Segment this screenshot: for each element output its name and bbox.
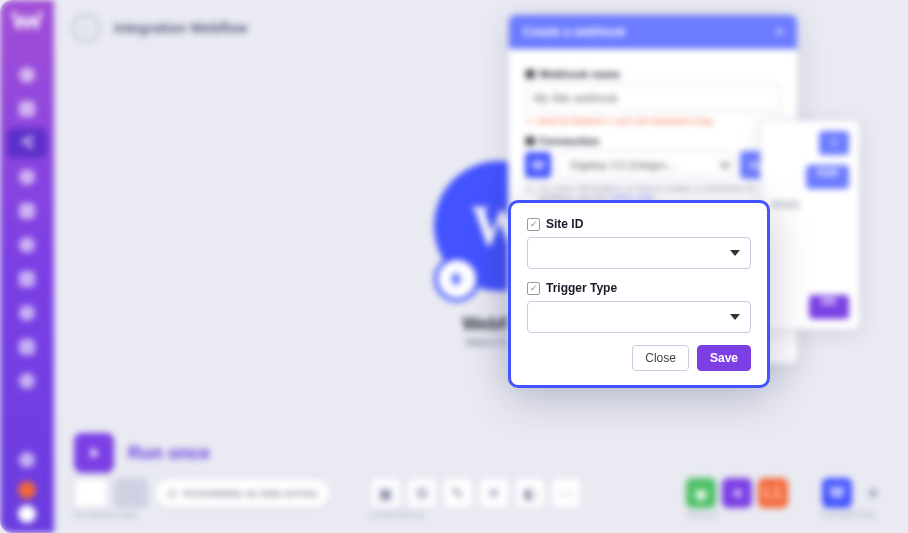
nav-item-5[interactable]	[7, 196, 47, 226]
lightning-icon	[446, 268, 468, 290]
trigger-type-select[interactable]	[527, 301, 751, 333]
nav-avatar[interactable]	[18, 505, 36, 523]
favorites-label: FAVORITES	[822, 510, 876, 520]
aux-add-button[interactable]: Add	[806, 165, 849, 189]
webhook-fields-panel: Site ID Trigger Type Close Save	[508, 200, 770, 388]
webhook-name-label: Webhook name	[539, 68, 620, 80]
aux-panel: ? Add details OK	[760, 120, 860, 330]
control-auto-align[interactable]: ✕	[479, 478, 509, 508]
close-button[interactable]: Close	[632, 345, 689, 371]
nav-item-6[interactable]	[7, 230, 47, 260]
controls-label: CONTROLS	[371, 510, 425, 520]
app-logo	[0, 0, 54, 40]
share-icon	[19, 135, 35, 151]
chevron-down-icon	[730, 250, 740, 256]
nav-item-8[interactable]	[7, 298, 47, 328]
site-id-label: Site ID	[546, 217, 583, 231]
help-button[interactable]: ?	[819, 131, 849, 155]
run-once-button[interactable]	[74, 433, 114, 473]
aux-text: details	[771, 199, 849, 210]
close-icon[interactable]: ×	[776, 25, 783, 39]
chevron-down-icon	[730, 314, 740, 320]
nav-item-4[interactable]	[7, 162, 47, 192]
favorite-webflow[interactable]: W	[822, 478, 852, 508]
run-once-label: Run once	[128, 443, 210, 464]
clock-icon: ◷	[167, 487, 177, 500]
scheduling-text: Immediately as data arrives	[183, 487, 318, 499]
site-id-checkbox[interactable]	[527, 218, 540, 231]
site-id-select[interactable]	[527, 237, 751, 269]
trigger-type-checkbox[interactable]	[527, 282, 540, 295]
app-sidebar	[0, 0, 54, 533]
nav-item-10[interactable]	[7, 366, 47, 396]
webflow-badge-icon: W	[525, 152, 551, 178]
scheduling-toggle-on[interactable]	[114, 478, 148, 508]
control-explain[interactable]: ◐	[515, 478, 545, 508]
control-save[interactable]: ▣	[371, 478, 401, 508]
trigger-badge	[434, 256, 480, 302]
arrow-left-icon: ←	[79, 20, 93, 36]
tool-2[interactable]: ✦	[722, 478, 752, 508]
back-button[interactable]: ←	[72, 14, 100, 42]
tool-3[interactable]: L1	[758, 478, 788, 508]
dialog-title: Create a webhook	[523, 25, 626, 39]
nav-item-active[interactable]	[7, 128, 47, 158]
favorite-add[interactable]: +	[858, 478, 888, 508]
play-icon	[85, 444, 103, 462]
connection-label: Connection	[539, 135, 600, 147]
nav-notifications[interactable]	[7, 445, 47, 475]
nav-item-1[interactable]	[7, 60, 47, 90]
nav-item-7[interactable]	[7, 264, 47, 294]
scheduling-pill[interactable]: ◷ Immediately as data arrives	[154, 478, 331, 508]
nav-item-2[interactable]	[7, 94, 47, 124]
control-settings[interactable]: ⚙	[407, 478, 437, 508]
tool-1[interactable]: ◉	[686, 478, 716, 508]
scheduling-label: SCHEDULING	[74, 510, 138, 520]
control-more[interactable]: ⋯	[551, 478, 581, 508]
scheduling-toggle-off[interactable]	[74, 478, 108, 508]
nav-item-9[interactable]	[7, 332, 47, 362]
save-button[interactable]: Save	[697, 345, 751, 371]
trigger-type-label: Trigger Type	[546, 281, 617, 295]
webhook-name-help: Must be between 1 and 128 characters lon…	[537, 116, 715, 126]
webhook-name-input[interactable]	[525, 84, 781, 112]
aux-ok-button[interactable]: OK	[809, 295, 850, 319]
breadcrumb: Integration Webflow	[114, 20, 248, 36]
connection-select[interactable]: Digidop 3.0 (Integro…	[557, 151, 734, 179]
nav-help[interactable]	[18, 481, 36, 499]
tools-label: TOOLS	[686, 510, 719, 520]
control-notes[interactable]: ✎	[443, 478, 473, 508]
